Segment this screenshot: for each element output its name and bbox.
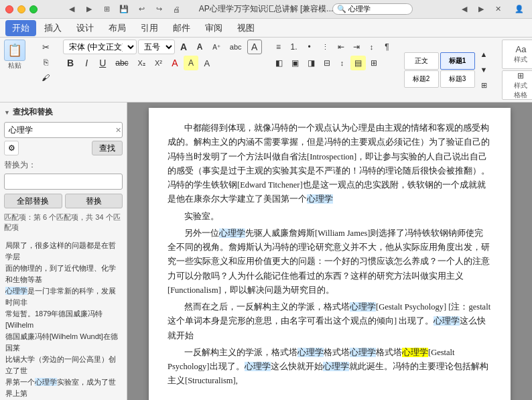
redo-icon[interactable]: ↪ bbox=[151, 2, 166, 17]
view-icon[interactable]: ⊞ bbox=[99, 2, 114, 17]
style-grid-button[interactable]: ⊞ 样式 格格 bbox=[502, 70, 532, 100]
style-normal[interactable]: 正文 bbox=[404, 52, 439, 70]
undo-icon[interactable]: ↩ bbox=[134, 2, 149, 17]
menu-start[interactable]: 开始 bbox=[5, 20, 36, 36]
menu-insert[interactable]: 插入 bbox=[38, 20, 68, 36]
paste-button[interactable]: 📋 bbox=[4, 40, 25, 61]
print-icon[interactable]: 🖨 bbox=[169, 2, 184, 17]
font-effect-button[interactable]: A bbox=[200, 56, 214, 70]
title-search-input[interactable] bbox=[348, 5, 395, 13]
inline-highlight-9: 心理学 bbox=[323, 362, 349, 371]
cut-button[interactable]: ✂ bbox=[38, 40, 54, 54]
show-marks-button[interactable]: ¶ bbox=[380, 40, 395, 54]
paste-label: 粘贴 bbox=[8, 61, 21, 70]
replace-all-button[interactable]: 全部替换 bbox=[4, 194, 62, 208]
doc-para-1: 中都能得到体现，就像冯特的一个观点认为心理是由主观的情绪和客观的感受构成的。解构… bbox=[168, 121, 492, 207]
inline-highlight-6: 心理学 bbox=[350, 348, 376, 357]
italic-button[interactable]: I bbox=[79, 56, 94, 70]
close-button[interactable] bbox=[5, 5, 13, 13]
highlight-keyword: 心理学 bbox=[5, 287, 27, 295]
menu-references[interactable]: 引用 bbox=[134, 20, 165, 36]
menu-mailings[interactable]: 邮件 bbox=[166, 20, 197, 36]
style-up-button[interactable]: ▲ bbox=[476, 47, 492, 62]
increase-indent-button[interactable]: ⇥ bbox=[349, 40, 364, 54]
highlight-button[interactable]: A bbox=[184, 56, 198, 70]
style-heading1[interactable]: 标题1 bbox=[440, 52, 475, 70]
panel-title-text: 查找和替换 bbox=[13, 107, 53, 118]
title-bar: ◀ ▶ ⊞ 💾 ↩ ↪ 🖨 AP心理学万字知识汇总讲解 [兼容模... 🔍 ◀ … bbox=[0, 0, 532, 19]
clear-format-button[interactable]: abc bbox=[226, 40, 246, 54]
titlebar-icons: ◀ ▶ ⊞ 💾 ↩ ↪ 🖨 bbox=[64, 2, 184, 17]
inline-highlight-8: 心理学 bbox=[245, 362, 271, 371]
find-input[interactable] bbox=[4, 122, 123, 138]
align-left-button[interactable]: ◧ bbox=[271, 56, 287, 70]
replace-input[interactable] bbox=[4, 174, 123, 190]
font-shrink-button[interactable]: A bbox=[192, 40, 207, 54]
close-search-icon[interactable]: ✕ bbox=[490, 2, 505, 17]
line-spacing-button[interactable]: ↕ bbox=[335, 56, 350, 70]
style-more-button[interactable]: ⊞ bbox=[476, 78, 492, 92]
search-icon: 🔍 bbox=[337, 5, 346, 13]
font-A-button[interactable]: A bbox=[247, 40, 262, 54]
decrease-indent-button[interactable]: ⇤ bbox=[334, 40, 348, 54]
main-layout: ▼ 查找和替换 ✕ ⚙ 查找 替换为： 全部替换 替换 匹配项：第 6 个匹配项… bbox=[0, 103, 532, 400]
strikethrough-button[interactable]: abc bbox=[111, 56, 132, 70]
menu-review[interactable]: 审阅 bbox=[198, 20, 229, 36]
inline-highlight-4: 心理学 bbox=[434, 316, 460, 326]
font-size-selector[interactable]: 五号 bbox=[138, 40, 175, 54]
doc-para-3: 另外一位心理学先驱人威廉詹姆斯[William James]则选择了冯特铁软钢钠… bbox=[168, 226, 492, 297]
superscript-button[interactable]: X² bbox=[151, 56, 166, 70]
title-search-box[interactable]: 🔍 bbox=[332, 3, 413, 15]
nav-forward-icon[interactable]: ▶ bbox=[82, 2, 96, 17]
search-clear-icon[interactable]: ✕ bbox=[115, 126, 121, 135]
toolbar: 📋 粘贴 ✂ ⎘ 🖌 宋体 (中文正文) 五号 A A A⁺ abc bbox=[0, 38, 532, 103]
maximize-button[interactable] bbox=[29, 5, 38, 13]
prev-result-icon[interactable]: ◀ bbox=[457, 2, 472, 17]
replace-button[interactable]: 替换 bbox=[65, 194, 123, 208]
underline-button[interactable]: U bbox=[95, 56, 110, 70]
minimize-button[interactable] bbox=[17, 5, 25, 13]
bullets-button[interactable]: • bbox=[302, 40, 317, 54]
justify-button[interactable]: ⊟ bbox=[320, 56, 334, 70]
triangle-icon: ▼ bbox=[4, 109, 10, 116]
sort-button[interactable]: ↕ bbox=[364, 40, 379, 54]
menu-layout[interactable]: 布局 bbox=[102, 20, 133, 36]
menu-design[interactable]: 设计 bbox=[70, 20, 101, 36]
inline-highlight-5: 心理学 bbox=[297, 348, 324, 357]
next-result-icon[interactable]: ▶ bbox=[474, 2, 488, 17]
style-heading3[interactable]: 标题3 bbox=[440, 70, 475, 88]
subscript-button[interactable]: X₂ bbox=[134, 56, 149, 70]
align-list-button[interactable]: ≡ bbox=[271, 40, 286, 54]
multilevel-button[interactable]: ⋮ bbox=[318, 40, 333, 54]
shading-button[interactable]: ▤ bbox=[350, 56, 366, 70]
bold-button[interactable]: B bbox=[63, 56, 78, 70]
border-button[interactable]: ⊞ bbox=[367, 56, 381, 70]
font-color-A-button[interactable]: A bbox=[168, 56, 182, 70]
style-heading2[interactable]: 标题2 bbox=[404, 70, 439, 88]
font-grow-button[interactable]: A bbox=[176, 40, 191, 54]
align-right-button[interactable]: ◨ bbox=[304, 56, 319, 70]
panel-title: ▼ 查找和替换 bbox=[4, 107, 123, 118]
numbering-button[interactable]: 1. bbox=[287, 40, 302, 54]
find-replace-panel: ▼ 查找和替换 ✕ ⚙ 查找 替换为： 全部替换 替换 匹配项：第 6 个匹配项… bbox=[0, 103, 127, 400]
find-button[interactable]: 查找 bbox=[92, 141, 123, 155]
format-painter-button[interactable]: 🖌 bbox=[38, 70, 54, 85]
document-area[interactable]: 中都能得到体现，就像冯特的一个观点认为心理是由主观的情绪和客观的感受构成的。解构… bbox=[127, 103, 532, 400]
search-options-button[interactable]: ⚙ bbox=[4, 141, 19, 155]
align-center-button[interactable]: ▣ bbox=[287, 56, 303, 70]
menu-view[interactable]: 视图 bbox=[230, 20, 261, 36]
save-icon[interactable]: 💾 bbox=[117, 2, 131, 17]
copy-button[interactable]: ⎘ bbox=[38, 55, 54, 70]
doc-para-4: 然而在之后，一反解构主义的学派，格式塔心理学[Gestalt Psycholog… bbox=[168, 300, 492, 343]
highlight-keyword2: 心理学 bbox=[35, 378, 57, 386]
inline-highlight-7: 心理学 bbox=[402, 348, 428, 357]
window-title: AP心理学万字知识汇总讲解 [兼容模... bbox=[199, 3, 334, 15]
user-icon[interactable]: 👤 bbox=[512, 2, 527, 17]
styles-button[interactable]: Aa 样式 bbox=[502, 40, 532, 69]
font-name-selector[interactable]: 宋体 (中文正文) bbox=[63, 40, 137, 54]
sidebar-results: 局限了，很多这样的问题都是在哲学层 面的物理的，到了近代物理、化学和生物等基 心… bbox=[4, 239, 123, 399]
font-size-up-button[interactable]: A⁺ bbox=[208, 40, 224, 54]
nav-back-icon[interactable]: ◀ bbox=[64, 2, 79, 17]
style-down-button[interactable]: ▼ bbox=[476, 62, 492, 77]
doc-para-2: 实验室。 bbox=[168, 210, 492, 224]
